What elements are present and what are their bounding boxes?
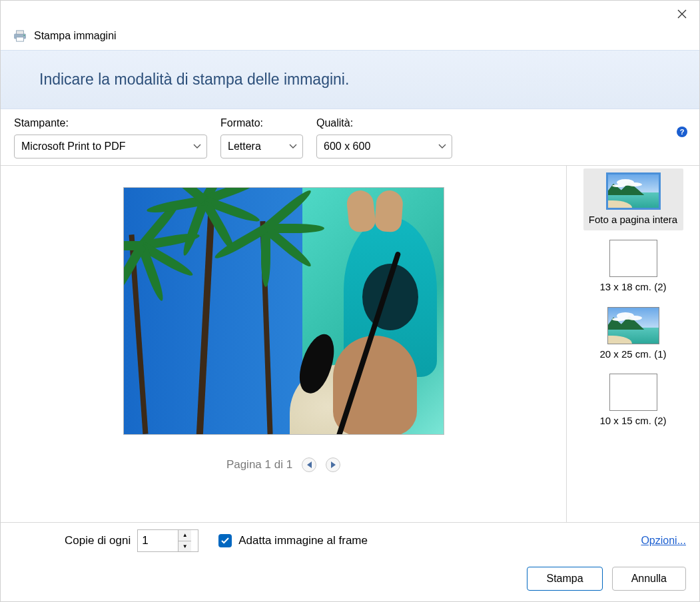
svg-point-3 bbox=[23, 35, 25, 36]
pager-text: Pagina 1 di 1 bbox=[226, 458, 292, 471]
options-bar: Copie di ogni ▲ ▼ Adatta immagine al fra… bbox=[1, 523, 699, 559]
layout-thumb-icon bbox=[606, 172, 661, 210]
titlebar bbox=[1, 1, 699, 27]
preview-image bbox=[123, 187, 444, 435]
print-controls: Stampante: Microsoft Print to PDF Format… bbox=[1, 109, 699, 166]
format-group: Formato: Lettera bbox=[220, 117, 303, 158]
triangle-right-icon bbox=[331, 461, 336, 468]
copies-input[interactable] bbox=[138, 530, 178, 551]
print-pictures-dialog: Stampa immagini Indicare la modalità di … bbox=[0, 0, 700, 602]
chevron-down-icon bbox=[289, 144, 297, 149]
header: Stampa immagini bbox=[1, 27, 699, 50]
chevron-down-icon bbox=[438, 144, 446, 149]
svg-rect-2 bbox=[17, 37, 24, 41]
printer-icon bbox=[13, 30, 27, 42]
cancel-button[interactable]: Annulla bbox=[612, 567, 686, 591]
quality-value: 600 x 600 bbox=[324, 141, 370, 152]
pager: Pagina 1 di 1 bbox=[226, 457, 340, 472]
format-label: Formato: bbox=[220, 117, 303, 129]
printer-value: Microsoft Print to PDF bbox=[21, 141, 125, 152]
layout-thumb-icon bbox=[609, 240, 657, 277]
copies-up-button[interactable]: ▲ bbox=[178, 530, 191, 541]
preview-pane: Pagina 1 di 1 bbox=[1, 166, 566, 522]
instruction-banner: Indicare la modalità di stampa delle imm… bbox=[1, 50, 699, 109]
layout-thumb-icon bbox=[609, 374, 657, 411]
svg-rect-1 bbox=[17, 31, 24, 34]
layout-option-label: 10 x 15 cm. (2) bbox=[599, 415, 666, 428]
print-button[interactable]: Stampa bbox=[527, 567, 602, 591]
copies-down-button[interactable]: ▼ bbox=[178, 541, 191, 552]
pager-next-button[interactable] bbox=[326, 457, 340, 472]
layout-option[interactable]: 13 x 18 cm. (2) bbox=[583, 236, 683, 298]
layout-option-label: 13 x 18 cm. (2) bbox=[599, 281, 666, 294]
printer-group: Stampante: Microsoft Print to PDF bbox=[14, 117, 207, 158]
close-icon bbox=[677, 9, 687, 19]
format-dropdown[interactable]: Lettera bbox=[220, 135, 303, 158]
copies-label: Copie di ogni bbox=[65, 534, 131, 547]
printer-label: Stampante: bbox=[14, 117, 207, 129]
layout-option[interactable]: Foto a pagina intera bbox=[583, 168, 683, 230]
layout-option-label: Foto a pagina intera bbox=[589, 214, 677, 226]
help-button[interactable]: ? bbox=[677, 127, 687, 137]
close-button[interactable] bbox=[671, 3, 693, 25]
fit-frame-checkbox[interactable] bbox=[218, 534, 232, 547]
triangle-left-icon bbox=[307, 461, 312, 468]
pager-prev-button[interactable] bbox=[302, 457, 316, 472]
layout-option-label: 20 x 25 cm. (1) bbox=[599, 348, 666, 361]
quality-dropdown[interactable]: 600 x 600 bbox=[316, 135, 452, 158]
chevron-down-icon bbox=[193, 144, 201, 149]
options-link[interactable]: Opzioni... bbox=[641, 535, 686, 547]
quality-group: Qualità: 600 x 600 bbox=[316, 117, 452, 158]
layout-option[interactable]: 20 x 25 cm. (1) bbox=[583, 303, 683, 365]
layout-list[interactable]: Foto a pagina intera13 x 18 cm. (2)20 x … bbox=[566, 166, 699, 522]
copies-spinner[interactable]: ▲ ▼ bbox=[137, 529, 198, 552]
layout-thumb-icon bbox=[607, 307, 659, 344]
check-icon bbox=[221, 537, 229, 544]
layout-option[interactable]: 10 x 15 cm. (2) bbox=[583, 370, 683, 432]
dialog-buttons: Stampa Annulla bbox=[1, 559, 699, 601]
printer-dropdown[interactable]: Microsoft Print to PDF bbox=[14, 135, 207, 158]
dialog-title: Stampa immagini bbox=[34, 30, 117, 42]
format-value: Lettera bbox=[228, 141, 261, 152]
fit-frame-label: Adatta immagine al frame bbox=[238, 534, 368, 547]
content-row: Pagina 1 di 1 Foto a pagina intera13 x 1… bbox=[1, 166, 699, 523]
quality-label: Qualità: bbox=[316, 117, 452, 129]
